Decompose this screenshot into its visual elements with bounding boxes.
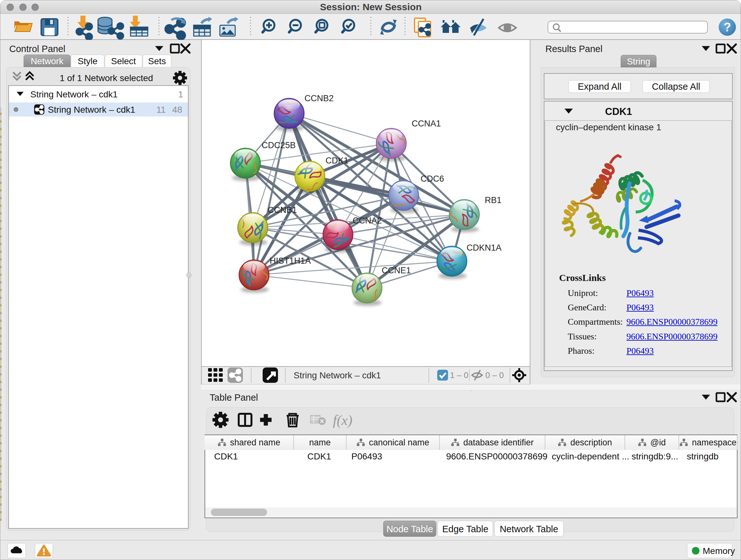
svg-text:f(x): f(x)	[333, 413, 352, 428]
